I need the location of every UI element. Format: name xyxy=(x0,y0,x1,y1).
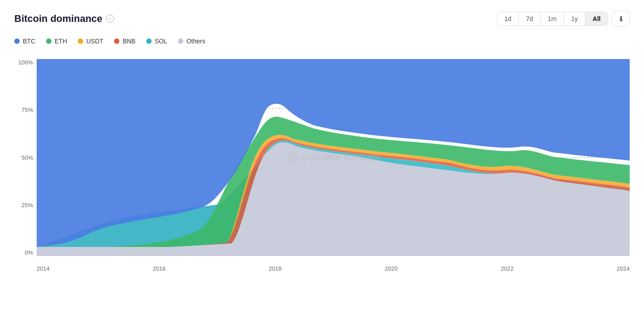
x-axis: 201420162018202020222024 xyxy=(37,256,630,274)
legend-item-others: Others xyxy=(178,38,205,45)
x-axis-label: 2018 xyxy=(269,265,282,272)
y-axis-label: 100% xyxy=(18,59,33,66)
legend-item-btc: BTC xyxy=(14,38,35,45)
legend-dot-eth xyxy=(46,38,51,44)
time-range-buttons: 1d7d1m1yAll xyxy=(497,12,608,26)
chart-body: ⓜ CoinMarketCap xyxy=(37,59,630,256)
info-icon[interactable]: i xyxy=(106,15,114,23)
legend-item-eth: ETH xyxy=(46,38,67,45)
x-axis-label: 2024 xyxy=(617,265,630,272)
time-button-1d[interactable]: 1d xyxy=(497,12,519,26)
legend-label-sol: SOL xyxy=(155,38,167,45)
download-button[interactable]: ⬇ xyxy=(612,11,630,27)
chart-area: 0%25%50%75%100% ⓜ CoinMarketCap 201420 xyxy=(14,59,630,274)
time-button-7d[interactable]: 7d xyxy=(519,12,541,26)
y-axis-label: 75% xyxy=(21,106,33,113)
y-axis: 0%25%50%75%100% xyxy=(14,59,37,256)
x-axis-label: 2022 xyxy=(501,265,514,272)
time-button-all[interactable]: All xyxy=(585,12,608,26)
legend-label-usdt: USDT xyxy=(86,38,103,45)
chart-controls: 1d7d1m1yAll ⬇ xyxy=(497,11,630,27)
time-button-1y[interactable]: 1y xyxy=(564,12,585,26)
legend-item-bnb: BNB xyxy=(114,38,136,45)
x-axis-label: 2020 xyxy=(385,265,398,272)
y-axis-label: 25% xyxy=(21,202,33,208)
title-group: Bitcoin dominance i xyxy=(14,13,114,25)
legend-dot-bnb xyxy=(114,38,119,44)
chart-legend: BTC ETH USDT BNB SOL Others xyxy=(14,38,630,45)
y-axis-label: 0% xyxy=(25,249,33,256)
legend-label-bnb: BNB xyxy=(123,38,136,45)
legend-dot-usdt xyxy=(78,38,83,44)
page-title: Bitcoin dominance xyxy=(14,13,102,25)
legend-label-eth: ETH xyxy=(55,38,67,45)
x-axis-label: 2014 xyxy=(37,265,50,272)
x-axis-label: 2016 xyxy=(153,265,165,272)
legend-dot-others xyxy=(178,38,183,44)
y-axis-label: 50% xyxy=(21,154,33,161)
page-header: Bitcoin dominance i 1d7d1m1yAll ⬇ xyxy=(14,11,630,27)
legend-dot-sol xyxy=(146,38,152,44)
legend-label-btc: BTC xyxy=(23,38,35,45)
legend-item-usdt: USDT xyxy=(78,38,103,45)
time-button-1m[interactable]: 1m xyxy=(541,12,564,26)
legend-item-sol: SOL xyxy=(146,38,167,45)
legend-label-others: Others xyxy=(186,38,205,45)
legend-dot-btc xyxy=(14,38,20,44)
